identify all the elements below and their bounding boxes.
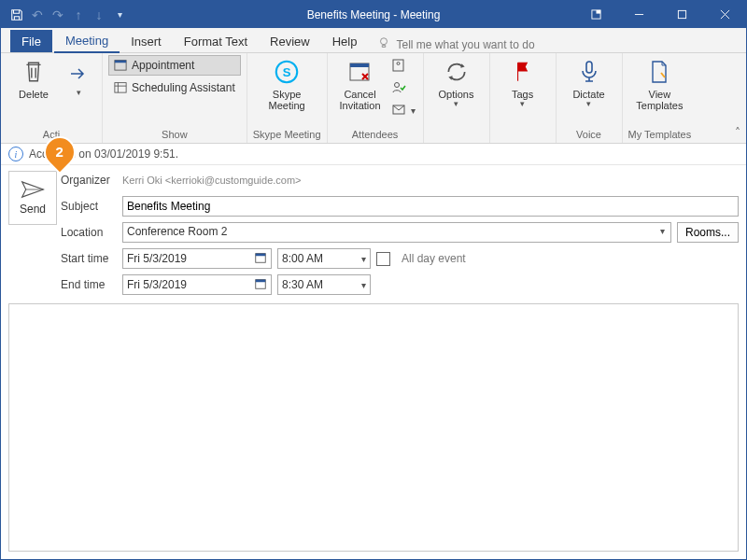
tags-button[interactable]: Tags ▾ — [496, 55, 550, 111]
group-actions: Delete ▾ Acti — [1, 53, 103, 143]
chevron-down-icon: ▾ — [361, 280, 366, 290]
svg-rect-15 — [350, 63, 369, 67]
group-options: Options ▾ — [424, 53, 490, 143]
response-options-icon — [391, 103, 406, 118]
start-time-label: Start time — [61, 252, 117, 265]
calendar-icon — [254, 277, 267, 293]
minimize-button[interactable] — [617, 1, 660, 28]
send-button[interactable]: Send — [8, 171, 57, 225]
chevron-down-icon: ▾ — [361, 254, 366, 264]
chevron-down-icon: ▾ — [77, 89, 81, 98]
skype-meeting-button[interactable]: S Skype Meeting — [260, 55, 314, 113]
flag-icon — [513, 57, 533, 87]
rooms-button[interactable]: Rooms... — [677, 222, 739, 243]
tab-meeting[interactable]: Meeting — [54, 29, 120, 53]
svg-rect-8 — [115, 60, 126, 63]
tab-insert[interactable]: Insert — [120, 30, 173, 52]
scheduling-icon — [114, 80, 127, 96]
location-label: Location — [61, 226, 117, 239]
window-controls — [574, 1, 746, 28]
address-book-button[interactable] — [389, 55, 417, 76]
view-templates-button[interactable]: View Templates — [630, 55, 688, 113]
start-time-picker[interactable]: 8:00 AM ▾ — [277, 248, 371, 269]
chevron-down-icon: ▾ — [411, 105, 416, 116]
ribbon: Delete ▾ Acti Appointment — [1, 53, 746, 144]
svg-point-18 — [394, 83, 399, 88]
organizer-value: Kerri Oki <kerrioki@customguide.com> — [122, 175, 302, 186]
svg-rect-9 — [115, 82, 126, 92]
svg-text:S: S — [283, 65, 291, 79]
cancel-invitation-button[interactable]: Cancel Invitation — [333, 55, 388, 113]
all-day-label: All day event — [402, 252, 466, 265]
microphone-icon — [578, 57, 600, 87]
group-show: Appointment Scheduling Assistant Show — [103, 53, 247, 143]
delete-button[interactable]: Delete — [7, 55, 61, 102]
recurrence-icon — [444, 57, 469, 87]
close-button[interactable] — [703, 1, 746, 28]
save-icon[interactable] — [7, 5, 27, 25]
svg-point-6 — [381, 38, 388, 45]
all-day-checkbox[interactable] — [376, 252, 390, 266]
options-button[interactable]: Options ▾ — [430, 55, 484, 111]
location-input[interactable]: Conference Room 2 — [122, 222, 671, 243]
scheduling-assistant-button[interactable]: Scheduling Assistant — [108, 77, 241, 98]
chevron-down-icon: ▾ — [454, 100, 458, 109]
tab-help[interactable]: Help — [321, 30, 369, 52]
end-time-label: End time — [61, 278, 117, 291]
dictate-button[interactable]: Dictate ▾ — [562, 55, 616, 111]
next-icon[interactable]: ↓ — [89, 5, 109, 25]
info-icon: i — [8, 147, 23, 161]
ribbon-display-options-icon[interactable] — [574, 1, 617, 28]
group-attendees: Cancel Invitation ▾ Attendees — [328, 53, 424, 143]
quick-access-toolbar: ↶ ↷ ↑ ↓ ▾ — [1, 1, 130, 28]
address-book-icon — [391, 58, 406, 73]
end-time-picker[interactable]: 8:30 AM ▾ — [277, 274, 371, 295]
forward-split-button[interactable]: ▾ — [61, 55, 96, 100]
start-date-picker[interactable]: Fri 5/3/2019 — [122, 248, 272, 269]
organizer-label: Organizer — [61, 174, 117, 187]
cancel-invitation-icon — [347, 57, 374, 87]
info-bar: i Accepted on 03/01/2019 9:51. — [1, 144, 746, 165]
appointment-button[interactable]: Appointment — [108, 55, 241, 76]
subject-input[interactable] — [122, 196, 739, 217]
trash-icon — [23, 57, 44, 87]
tab-file[interactable]: File — [10, 30, 52, 52]
subject-label: Subject — [61, 200, 117, 213]
appointment-icon — [114, 58, 127, 74]
forward-icon — [69, 59, 88, 89]
tab-format-text[interactable]: Format Text — [173, 30, 259, 52]
group-my-templates: View Templates My Templates — [623, 53, 698, 143]
svg-rect-23 — [256, 253, 266, 256]
svg-rect-3 — [678, 10, 685, 18]
outlook-meeting-window: ↶ ↷ ↑ ↓ ▾ Benefits Meeting - Meeting Fil… — [0, 0, 747, 560]
group-skype-meeting: S Skype Meeting Skype Meeting — [247, 53, 328, 143]
send-icon — [21, 180, 45, 199]
response-options-button[interactable]: ▾ — [389, 100, 417, 120]
skype-icon: S — [273, 57, 301, 87]
group-voice: Dictate ▾ Voice — [557, 53, 623, 143]
tab-review[interactable]: Review — [259, 30, 321, 52]
undo-icon[interactable]: ↶ — [27, 5, 48, 25]
tell-me-search[interactable]: Tell me what you want to do — [377, 36, 534, 52]
svg-rect-20 — [586, 62, 592, 73]
ribbon-tabs: File Meeting Insert Format Text Review H… — [1, 28, 746, 53]
end-date-picker[interactable]: Fri 5/3/2019 — [122, 274, 272, 295]
tell-me-placeholder: Tell me what you want to do — [396, 38, 534, 51]
check-names-icon — [391, 80, 406, 95]
calendar-icon — [254, 251, 267, 267]
svg-point-17 — [397, 63, 400, 65]
maximize-button[interactable] — [660, 1, 703, 28]
meeting-form: Send Organizer Kerri Oki <kerrioki@custo… — [1, 165, 746, 296]
info-text: Accepted on 03/01/2019 9:51. — [29, 147, 178, 161]
qat-customize-icon[interactable]: ▾ — [109, 5, 130, 25]
message-body[interactable] — [8, 303, 739, 552]
collapse-ribbon-icon[interactable]: ˄ — [735, 126, 740, 139]
svg-rect-25 — [256, 279, 266, 282]
group-tags: Tags ▾ — [490, 53, 557, 143]
previous-icon[interactable]: ↑ — [68, 5, 89, 25]
redo-icon[interactable]: ↷ — [48, 5, 68, 25]
svg-rect-1 — [596, 10, 600, 14]
chevron-down-icon: ▾ — [586, 100, 591, 109]
lightbulb-icon — [377, 36, 390, 52]
check-names-button[interactable] — [389, 77, 417, 98]
